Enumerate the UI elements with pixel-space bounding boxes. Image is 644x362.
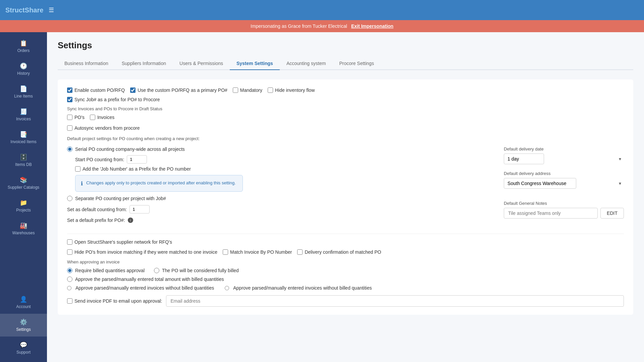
po-counting-section: Serial PO counting company-wide across a…	[67, 146, 490, 228]
enable-custom-po-rfq-item: Enable custom PO/RFQ	[67, 87, 125, 93]
delivery-confirmation-checkbox[interactable]	[297, 249, 303, 255]
settings-icon: ⚙️	[20, 318, 27, 326]
delivery-confirmation-label[interactable]: Delivery confirmation of matched PO	[305, 249, 381, 255]
sidebar-item-history[interactable]: 🕐 History	[0, 58, 47, 80]
use-custom-primary-label[interactable]: Use the custom PO/RFQ as a primary PO#	[138, 87, 227, 93]
approve-parsed-billed-label[interactable]: Approve the parsed/manually entered tota…	[75, 277, 224, 282]
sidebar-item-account[interactable]: 👤 Account	[0, 291, 47, 314]
sync-job-prefix-checkbox[interactable]	[67, 97, 72, 102]
enable-custom-po-rfq-label[interactable]: Enable custom PO/RFQ	[74, 87, 125, 93]
hide-pos-invoice-item: Hide PO's from invoice matching if they …	[67, 249, 217, 255]
match-invoice-by-po-label[interactable]: Match Invoice By PO Number	[230, 249, 292, 255]
tab-system-settings[interactable]: System Settings	[230, 57, 280, 70]
impersonation-banner: Impersonating as Grace from Tucker Elect…	[0, 20, 644, 32]
open-supplier-network-checkbox[interactable]	[67, 239, 72, 245]
sidebar-item-items-db[interactable]: 🗄️ Items DB	[0, 149, 47, 172]
hide-inventory-flow-label[interactable]: Hide inventory flow	[275, 87, 315, 93]
history-icon: 🕐	[20, 62, 27, 70]
info-prefix-icon[interactable]: i	[128, 218, 133, 223]
delivery-address-section: Default delivery date 1 day 2 days 3 day…	[504, 146, 624, 224]
general-notes-input[interactable]	[504, 208, 598, 219]
delivery-address-label: Default delivery address	[504, 171, 624, 176]
invoices-label[interactable]: Invoices	[97, 115, 114, 120]
serial-po-counting-radio[interactable]	[67, 146, 72, 152]
separate-po-counting-radio[interactable]	[67, 196, 72, 201]
pos-checkbox[interactable]	[67, 115, 72, 120]
approve-without-billed-label[interactable]: Approve parsed/manually entered invoices…	[75, 285, 214, 291]
hide-pos-invoice-checkbox[interactable]	[67, 249, 72, 255]
open-supplier-network-label[interactable]: Open StructShare's supplier network for …	[74, 239, 172, 245]
pos-label[interactable]: PO's	[74, 115, 85, 120]
sidebar-item-supplier-catalogs[interactable]: 📚 Supplier Catalogs	[0, 172, 47, 194]
hide-pos-invoice-label[interactable]: Hide PO's from invoice matching if they …	[74, 249, 217, 255]
serial-po-counting-label[interactable]: Serial PO counting company-wide across a…	[75, 146, 185, 152]
add-job-number-checkbox[interactable]	[75, 166, 80, 172]
require-billed-quantities-label[interactable]: Require billed quantities approval	[75, 268, 145, 273]
approve-without-billed-radio-2[interactable]	[225, 286, 229, 290]
hide-inventory-flow-checkbox[interactable]	[268, 87, 273, 93]
info-box-text: Changes apply only to projects created o…	[86, 180, 236, 186]
sidebar-item-warehouses[interactable]: 🏭 Warehouses	[0, 217, 47, 240]
notes-input-row: EDIT	[504, 208, 624, 219]
use-custom-primary-checkbox[interactable]	[130, 87, 136, 93]
start-po-counting-input[interactable]	[127, 155, 147, 164]
delivery-address-select[interactable]: South Congress Warehouse Main Warehouse	[504, 178, 576, 189]
autosync-vendors-label[interactable]: Autosync vendors from procore	[74, 125, 140, 131]
tab-business-information[interactable]: Business Information	[58, 57, 115, 70]
account-icon: 👤	[20, 296, 27, 303]
po-fully-billed-label[interactable]: The PO will be considered fully billed	[162, 268, 239, 273]
default-prefix-label: Set a default prefix for PO#:	[67, 218, 125, 223]
invoices-icon: 🧾	[20, 108, 27, 115]
exit-impersonation-link[interactable]: Exit Impersonation	[351, 23, 393, 29]
approve-parsed-billed-item: Approve the parsed/manually entered tota…	[67, 277, 624, 282]
sidebar-item-orders[interactable]: 📋 Orders	[0, 35, 47, 58]
autosync-vendors-checkbox[interactable]	[67, 125, 72, 131]
settings-panel: Enable custom PO/RFQ Use the custom PO/R…	[58, 79, 633, 315]
sidebar-item-line-items[interactable]: 📄 Line Items	[0, 80, 47, 103]
supplier-catalogs-icon: 📚	[20, 176, 27, 184]
tab-suppliers-information[interactable]: Suppliers Information	[115, 57, 173, 70]
sync-invoices-pos-label: Sync Invoices and POs to Procore in Draf…	[67, 106, 624, 111]
separate-po-counting-label[interactable]: Separate PO counting per project with Jo…	[75, 196, 166, 201]
tab-accounting-system[interactable]: Accounting system	[280, 57, 333, 70]
info-icon: ℹ	[81, 180, 83, 187]
mandatory-checkbox[interactable]	[233, 87, 238, 93]
add-job-number-item: Add the 'Job Number' as a Prefix for the…	[75, 166, 490, 172]
send-invoice-pdf-label[interactable]: Send invoice PDF to email upon approval:	[74, 298, 162, 304]
hide-inventory-flow-item: Hide inventory flow	[268, 87, 315, 93]
set-default-counting-input[interactable]	[129, 205, 150, 214]
send-invoice-pdf-checkbox[interactable]	[67, 298, 72, 304]
autosync-vendors-item: Autosync vendors from procore	[67, 125, 624, 131]
approve-without-billed-radio[interactable]	[67, 286, 71, 290]
require-billed-quantities-radio[interactable]	[67, 268, 72, 273]
delivery-date-select[interactable]: 1 day 2 days 3 days 1 week	[504, 154, 544, 164]
sync-job-prefix-label[interactable]: Sync Job# as a prefix for PO# to Procore	[74, 97, 160, 102]
page-title: Settings	[58, 40, 633, 51]
invoices-checkbox[interactable]	[90, 115, 95, 120]
custom-po-rfq-row: Enable custom PO/RFQ Use the custom PO/R…	[67, 87, 624, 93]
po-fully-billed-radio[interactable]	[154, 268, 159, 273]
main-content: Settings Business Information Suppliers …	[47, 32, 644, 362]
menu-toggle[interactable]: ☰	[49, 6, 54, 14]
sidebar-item-settings[interactable]: ⚙️ Settings	[0, 314, 47, 337]
tab-procore-settings[interactable]: Procore Settings	[332, 57, 381, 70]
start-po-counting-label: Start PO counting from:	[75, 157, 124, 162]
mandatory-label[interactable]: Mandatory	[240, 87, 262, 93]
email-address-input[interactable]	[166, 295, 624, 307]
match-invoice-by-po-item: Match Invoice By PO Number	[223, 249, 292, 255]
sidebar-item-invoices[interactable]: 🧾 Invoices	[0, 103, 47, 126]
add-job-number-label[interactable]: Add the 'Job Number' as a Prefix for the…	[83, 166, 191, 172]
sidebar-item-support[interactable]: 💬 Support	[0, 337, 47, 359]
sidebar-item-projects[interactable]: 📁 Projects	[0, 194, 47, 217]
settings-tabs: Business Information Suppliers Informati…	[58, 57, 633, 70]
approve-without-billed-label-2[interactable]: Approve parsed/manually entered invoices…	[233, 285, 372, 291]
send-invoice-pdf-row: Send invoice PDF to email upon approval:	[67, 295, 624, 307]
tab-users-permissions[interactable]: Users & Permissions	[173, 57, 230, 70]
enable-custom-po-rfq-checkbox[interactable]	[67, 87, 72, 93]
match-invoice-by-po-checkbox[interactable]	[223, 249, 228, 255]
edit-notes-button[interactable]: EDIT	[600, 208, 624, 219]
when-approving-label: When approving an invoice	[67, 259, 624, 264]
approve-parsed-billed-radio[interactable]	[67, 277, 72, 282]
sidebar-item-invoiced-items[interactable]: 📑 Invoiced Items	[0, 126, 47, 149]
invoice-matching-row: Hide PO's from invoice matching if they …	[67, 249, 624, 255]
